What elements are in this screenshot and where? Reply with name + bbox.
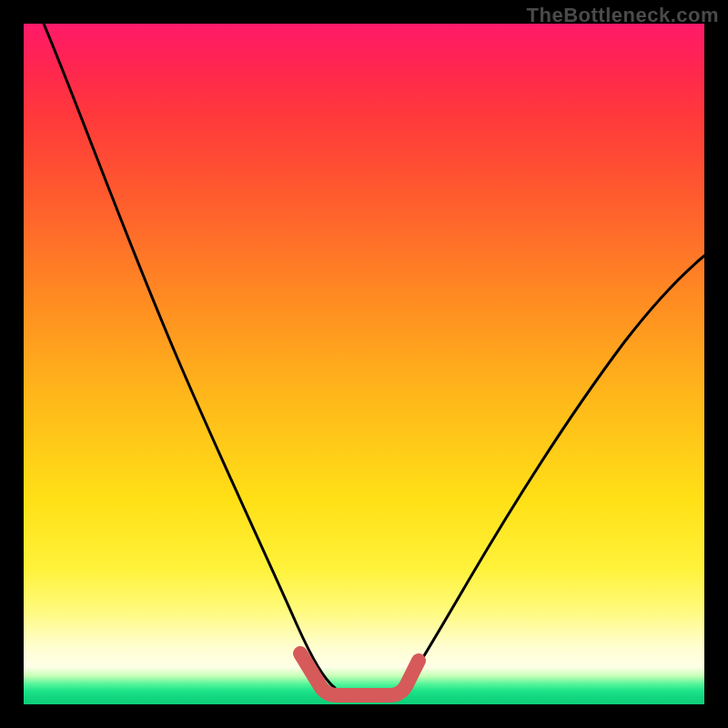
plot-area — [24, 24, 704, 704]
left-curve — [44, 24, 335, 688]
chart-frame: TheBottleneck.com — [0, 0, 728, 728]
right-curve — [404, 256, 704, 688]
watermark-text: TheBottleneck.com — [527, 4, 719, 27]
curve-layer — [24, 24, 704, 704]
valley-highlight — [300, 653, 419, 695]
